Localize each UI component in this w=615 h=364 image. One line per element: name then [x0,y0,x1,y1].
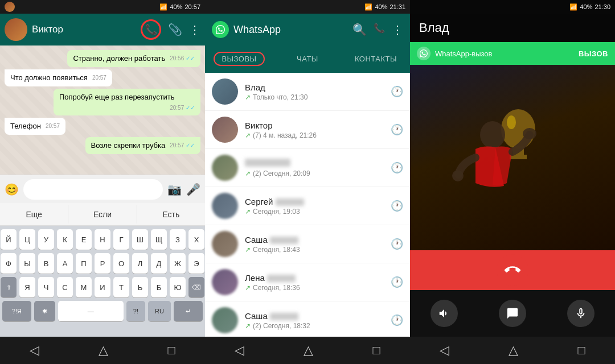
whatsapp-logo [212,21,229,38]
banner-call-button[interactable]: ВЫЗОВ [579,49,608,58]
speaker-button[interactable] [430,300,458,327]
call-item-4[interactable]: Саша ↗ Сегодня, 18:43 🕐 [205,225,410,263]
call-info-icon-0[interactable]: 🕐 [391,85,403,98]
key-shift[interactable]: ⇧ [1,277,17,297]
key-д[interactable]: Д [151,253,167,274]
svg-point-3 [507,115,516,129]
key-й[interactable]: Й [1,229,17,250]
call-info-icon-5[interactable]: 🕐 [391,276,403,288]
key-з[interactable]: З [170,229,186,250]
call-info-icon-1[interactable]: 🕐 [391,123,403,136]
search-icon[interactable]: 🔍 [352,23,367,36]
call-back-icon[interactable]: ◁ [440,343,449,358]
key-ш[interactable]: Ш [132,229,148,250]
call-item-3[interactable]: Сергей ↗ Сегодня, 19:03 🕐 [205,187,410,225]
key-и[interactable]: И [95,277,110,297]
call-item-6[interactable]: Саша ↗ (2) Сегодня, 18:32 🕐 [205,301,410,337]
key-т[interactable]: Т [113,277,129,297]
tab-contacts[interactable]: КОНТАКТЫ [342,46,410,73]
key-г[interactable]: Г [113,229,129,250]
status-right: 📶 40% 20:57 [159,3,200,11]
key-punct[interactable]: ?! [126,301,145,321]
key-ю[interactable]: Ю [170,277,186,297]
key-я[interactable]: Я [19,277,35,297]
key-м[interactable]: М [76,277,92,297]
status-left [5,2,15,12]
key-щ[interactable]: Щ [151,229,167,250]
call-info-5: Лена ↗ Сегодня, 18:36 [245,273,384,292]
key-к[interactable]: К [57,229,73,250]
key-numbers[interactable]: ?!Я [2,301,31,321]
key-о[interactable]: О [113,253,129,274]
call-home-icon[interactable]: △ [509,343,518,358]
call-item-1[interactable]: Виктор ↗ (7) 4 м. назад, 21:26 🕐 [205,111,410,149]
call-name-6: Саша [245,311,384,321]
back-nav-icon[interactable]: ◁ [30,343,39,358]
tab-calls[interactable]: ВЫЗОВЫ [205,46,273,73]
key-х[interactable]: Х [188,229,204,250]
key-н[interactable]: Н [95,229,110,250]
key-enter[interactable]: ↵ [174,301,203,321]
call-info-icon-2[interactable]: 🕐 [391,162,403,174]
key-е[interactable]: Е [76,229,92,250]
key-ь[interactable]: Ь [132,277,148,297]
suggestion-1[interactable]: Если [68,205,137,224]
call-item-2[interactable]: ↗ (2) Сегодня, 20:09 🕐 [205,149,410,187]
tab-contacts-label: КОНТАКТЫ [355,55,397,63]
key-р[interactable]: Р [95,253,110,274]
emoji-icon[interactable]: 😊 [5,183,19,196]
calls-title: WhatsApp [233,24,348,36]
calls-recent-icon[interactable]: □ [373,343,380,358]
calls-back-icon[interactable]: ◁ [235,343,244,358]
key-у[interactable]: У [38,229,54,250]
call-item-0[interactable]: Влад ↗ Только что, 21:30 🕐 [205,73,410,111]
key-э[interactable]: Э [188,253,204,274]
add-call-icon[interactable]: 📞 [374,23,385,36]
decline-call-button[interactable] [497,254,528,286]
key-ц[interactable]: Ц [19,229,35,250]
message-text-2: Что должно появиться [10,73,88,82]
call-detail-6: ↗ (2) Сегодня, 18:32 [245,322,384,330]
call-info-icon-4[interactable]: 🕐 [391,238,403,250]
call-arrow-4: ↗ [245,246,251,254]
menu-icon[interactable]: ⋮ [189,23,200,36]
key-л[interactable]: Л [132,253,148,274]
call-controls [410,290,615,337]
key-ф[interactable]: Ф [1,253,17,274]
call-recent-icon[interactable]: □ [578,343,585,358]
key-lang[interactable]: RU [148,301,171,321]
calls-tabs: ВЫЗОВЫ ЧАТЫ КОНТАКТЫ [205,46,410,73]
key-ж[interactable]: Ж [170,253,186,274]
message-button[interactable] [499,300,526,327]
attach-icon[interactable]: 📎 [168,23,182,36]
suggestion-2[interactable]: Есть [137,205,205,224]
suggestion-0[interactable]: Еще [0,205,68,224]
key-ч[interactable]: Ч [38,277,54,297]
message-input[interactable] [23,179,163,200]
call-info-icon-6[interactable]: 🕐 [391,314,403,326]
call-button[interactable]: 📞 [141,19,161,40]
key-а[interactable]: А [57,253,73,274]
call-item-5[interactable]: Лена ↗ Сегодня, 18:36 🕐 [205,263,410,301]
mic-icon[interactable]: 🎤 [186,183,200,196]
calls-home-icon[interactable]: △ [304,343,313,358]
message-text-3: Попробуй еще раз перезапустить [59,93,175,101]
calls-menu-icon[interactable]: ⋮ [392,23,403,36]
message-4: Телефон 20:57 [5,118,65,135]
key-space[interactable]: — [58,301,124,321]
recent-nav-icon[interactable]: □ [168,343,175,358]
key-п[interactable]: П [76,253,92,274]
key-с[interactable]: С [57,277,73,297]
key-special-char[interactable]: ✱ [34,301,55,321]
mute-button[interactable] [567,300,594,327]
key-ы[interactable]: Ы [19,253,35,274]
contact-avatar[interactable] [5,18,27,41]
camera-icon[interactable]: 📷 [167,183,182,196]
key-в[interactable]: В [38,253,54,274]
whatsapp-call-banner[interactable]: WhatsApp-вызов ВЫЗОВ [410,42,615,65]
key-б[interactable]: Б [151,277,167,297]
call-info-icon-3[interactable]: 🕐 [391,200,403,212]
home-nav-icon[interactable]: △ [99,343,108,358]
key-backspace[interactable]: ⌫ [188,277,204,297]
tab-chats[interactable]: ЧАТЫ [273,46,342,73]
